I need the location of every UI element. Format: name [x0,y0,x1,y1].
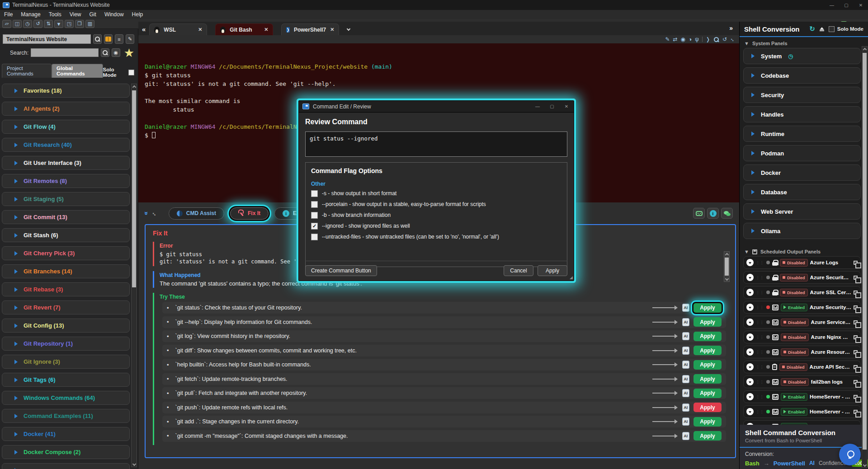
category-item[interactable]: Docker (41) [2,427,130,441]
category-item[interactable]: Git Stash (6) [2,228,130,242]
apply-suggestion-button[interactable]: Apply [693,403,722,412]
expand-panel-icon[interactable]: ↔ [150,209,159,218]
category-item[interactable]: Git Commit (13) [2,210,130,224]
menu-tools[interactable]: Tools [45,10,66,19]
apply-suggestion-button[interactable]: Apply [693,431,722,441]
scroll-up-icon[interactable] [132,84,137,90]
category-item[interactable]: Git Tags (6) [2,373,130,387]
system-panel-system[interactable]: System◷ [743,48,861,64]
tab-close-icon[interactable]: ✕ [330,27,334,33]
category-item[interactable]: Docker Compose (2) [2,445,130,459]
dialog-close-button[interactable]: ✕ [559,101,574,113]
category-item[interactable]: Git Config (13) [2,319,130,333]
suggestions-scrollbar[interactable] [724,251,730,282]
scheduled-panel-row[interactable]: ⋮⋮DisabledAzure Security Check [743,271,861,284]
flag-checkbox[interactable]: ✓ [311,223,318,230]
scheduled-panel-row[interactable]: ⋮⋮DisabledAzure API Security [743,361,861,373]
menu-manage[interactable]: Manage [17,10,44,19]
scheduled-panel-row[interactable]: ⋮⋮DisabledAzure Resource Moni... [743,346,861,358]
tab-global-commands[interactable]: Global Commands [52,64,103,78]
scroll-down-icon[interactable] [132,461,137,467]
prompt-icon[interactable]: ❭ [706,36,710,42]
filter-icon[interactable]: ▼ [54,20,63,28]
copy-icon[interactable] [854,410,858,414]
apply-button[interactable]: Apply [538,265,567,276]
scheduled-panels-header[interactable]: ▼ Scheduled Output Panels [740,245,868,256]
scroll-thumb[interactable] [863,53,867,450]
scheduled-panel-row[interactable]: ⋮⋮DisabledAzure Logs [743,256,861,269]
search-icon[interactable] [93,34,102,44]
category-item[interactable]: Git Repository (1) [2,337,130,351]
history-icon[interactable]: ↺ [33,20,42,28]
dialog-minimize-button[interactable]: — [530,101,545,113]
copy-icon[interactable] [854,291,858,295]
scroll-down-icon[interactable] [862,462,867,468]
category-item[interactable]: Git Branches (14) [2,264,130,278]
refresh-icon[interactable]: ↻ [809,25,815,33]
drag-handle-icon[interactable]: ⋮⋮ [756,305,764,310]
copy-icon[interactable] [854,305,858,310]
apply-suggestion-button[interactable]: Apply [693,417,722,427]
copy-icon[interactable] [854,365,858,369]
sidebar-scrollbar[interactable] [131,84,137,467]
target-icon[interactable]: ◉ [112,48,120,57]
create-command-button[interactable]: Create Command Button [305,265,377,276]
right-sidebar-scrollbar[interactable] [862,46,868,468]
flag-checkbox[interactable] [311,190,318,197]
ai-robot-button[interactable] [693,208,705,219]
copy-icon[interactable] [854,276,858,280]
search-input[interactable] [31,48,98,57]
eye-icon[interactable]: ◉ [681,36,685,42]
drag-handle-icon[interactable]: ⋮⋮ [756,365,764,369]
book-icon[interactable] [104,34,113,44]
category-item[interactable]: Git Cherry Pick (3) [2,246,130,260]
category-item[interactable]: Git User Interface (3) [2,156,130,170]
expand-chevron-icon[interactable] [746,393,754,400]
system-panel-runtime[interactable]: Runtime [743,126,861,142]
contrast-icon[interactable]: ◑ [689,36,692,42]
cancel-button[interactable]: Cancel [504,265,533,276]
branch-icon[interactable]: ψ [695,36,699,42]
system-panel-database[interactable]: Database [743,184,861,200]
dialog-maximize-button[interactable]: ▢ [545,101,559,113]
favorites-star-icon[interactable]: ★ [124,48,134,57]
scheduled-panel-row[interactable]: ⋮⋮EnabledHomeServer - Access L... [743,405,861,418]
expand-chevron-icon[interactable] [746,363,754,371]
terminal-tab-powershell7[interactable]: ❭PowerShell7✕ [281,23,339,35]
sort-icon[interactable]: ⇅ [44,20,53,28]
category-item[interactable]: Git Revert (7) [2,300,130,314]
hint-lightbulb-button[interactable] [839,444,861,465]
system-panel-codebase[interactable]: Codebase [743,67,861,84]
expand-chevron-icon[interactable] [746,259,754,266]
info-button[interactable]: i [707,208,719,219]
expand-chevron-icon[interactable] [746,408,754,415]
panel-collapse-right-icon[interactable]: » [729,24,733,32]
apply-suggestion-button[interactable]: Apply [693,317,722,327]
terminal-tab-git-bash[interactable]: Git Bash✕ [215,23,273,35]
eject-icon[interactable] [820,27,824,31]
scroll-up-icon[interactable] [724,252,729,258]
system-panel-docker[interactable]: Docker [743,164,861,181]
category-item[interactable]: AI Agents (2) [2,102,130,116]
apply-suggestion-button[interactable]: Apply [693,332,722,341]
drag-handle-icon[interactable]: ⋮⋮ [756,410,764,414]
cmd-assist-button[interactable]: CMD Assist [169,207,224,220]
drag-handle-icon[interactable]: ⋮⋮ [756,335,764,339]
scheduled-panel-row[interactable]: ⋮⋮DisabledAzure Service Health... [743,316,861,328]
apply-suggestion-button[interactable]: Apply [693,389,722,398]
apply-suggestion-button[interactable]: Apply [693,360,722,370]
category-item[interactable]: Git Staging (5) [2,192,130,206]
scheduled-panel-row[interactable]: ⋮⋮EnabledHomeServer - BackInTi... [743,390,861,403]
scheduled-panel-row[interactable]: ⋮⋮EnabledAzure Security Events [743,301,861,314]
search-icon[interactable] [713,37,719,42]
flag-checkbox[interactable] [311,234,318,240]
scheduled-panel-row[interactable]: ⋮⋮DisabledAzure Nginx Status &... [743,331,861,343]
apply-suggestion-button[interactable]: Apply [693,303,722,313]
expand-chevron-icon[interactable] [746,319,754,326]
expand-chevron-icon[interactable] [746,304,754,311]
drag-handle-icon[interactable]: ⋮⋮ [756,320,764,324]
copy-icon[interactable] [854,395,858,399]
drag-handle-icon[interactable]: ⋮⋮ [756,261,764,265]
expand-chevron-icon[interactable] [746,348,754,356]
copy-icon[interactable] [854,320,858,324]
